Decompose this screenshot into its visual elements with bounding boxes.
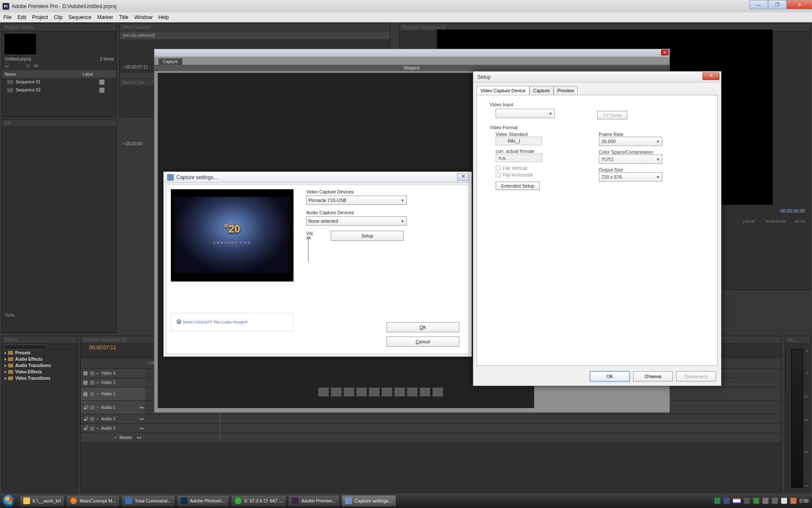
lock-icon[interactable] [90,392,94,396]
ok-button[interactable]: OK [387,322,459,332]
menu-title[interactable]: Title [119,14,128,20]
tab-video-capture-device[interactable]: Video Capture Device [477,86,529,95]
capture-titlebar[interactable]: ✕ [154,49,669,57]
menu-window[interactable]: Window [134,14,153,20]
tools-tab[interactable]: Tools [5,313,14,318]
capture-tab[interactable]: Capture [159,58,182,65]
taskbar-item[interactable]: Capture settings... [341,495,396,507]
dialog-titlebar[interactable]: Capture settings... ✕ [164,172,472,183]
effects-folder[interactable]: Presets [2,350,77,356]
taskbar-item[interactable]: E:\__work_krt [19,495,65,507]
sequence-icon [7,88,13,92]
extended-setup-button[interactable]: Extended Setup [496,182,540,190]
menu-sequence[interactable]: Sequence [69,14,91,20]
video-input-select[interactable] [496,109,555,118]
audio-track[interactable]: 🔊▸Audio 2▸◂ [81,414,781,423]
audio-meter-tab[interactable]: Au… [785,336,810,344]
output-size-select[interactable]: 720 x 576 [599,172,662,182]
project-panel-tab[interactable]: Project: Untitled [2,24,116,31]
effects-list-tab[interactable]: Effects [2,336,77,344]
close-icon[interactable]: ✕ [457,173,469,181]
project-row[interactable]: Sequence 02 [2,86,116,94]
tray-icon[interactable] [763,498,768,504]
menu-help[interactable]: Help [158,14,169,20]
tray-icon[interactable] [724,498,730,504]
menu-marker[interactable]: Marker [97,14,113,20]
effects-folder[interactable]: Audio Transitions [2,362,77,369]
tray-icon[interactable] [744,498,750,504]
menu-project[interactable]: Project [32,14,48,20]
lock-icon[interactable] [90,371,94,375]
close-icon[interactable]: ✕ [661,50,669,55]
menu-file[interactable]: File [3,14,11,20]
transport-next[interactable] [394,387,405,397]
transport-stop[interactable] [407,387,418,397]
taskbar-item[interactable]: Total Command... [121,495,175,507]
info-tab[interactable]: Info [2,119,116,127]
project-row[interactable]: Sequence 01 [2,78,116,86]
ok-button[interactable]: OK [590,371,630,381]
taskbar-item[interactable]: MainConcept M... [66,495,120,507]
taskbar-item[interactable]: Adobe Photosh... [177,495,229,507]
transport-extra[interactable] [432,387,443,397]
transport-prev[interactable] [318,387,329,397]
lock-icon[interactable] [90,426,94,431]
effects-folder[interactable]: Video Effects [2,369,77,375]
eye-icon[interactable] [83,392,88,396]
label-swatch[interactable] [99,88,104,93]
effects-search[interactable] [5,345,47,350]
tv-tuner-button[interactable]: TV Tuner [597,111,627,119]
column-label[interactable]: Label [82,72,116,77]
tray-icon[interactable] [753,498,759,504]
minimize-button[interactable]: — [749,0,768,9]
transport-rewind[interactable] [331,387,342,397]
menu-clip[interactable]: Clip [54,14,63,20]
transport-play[interactable] [356,387,367,397]
colorspace-select[interactable]: YUY2 [599,155,662,164]
device-setup-button[interactable]: Setup [331,231,403,241]
flip-horizontal-checkbox[interactable]: Flip Horizontal [496,172,589,177]
master-track[interactable]: ▸Master▸◂ [81,433,781,442]
close-button[interactable]: ✕ [787,0,812,9]
transport-step-fwd[interactable] [369,387,380,397]
video-device-select[interactable]: Pinnacle 710-USB [306,196,407,205]
clock[interactable]: 0:08 [800,498,809,503]
transport-forward[interactable] [381,387,392,397]
cancel-button[interactable]: Cancel [387,337,459,347]
start-button[interactable] [0,494,18,508]
label-swatch[interactable] [99,80,104,85]
audio-track[interactable]: 🔊▸Audio 3▸◂ [81,423,781,433]
close-icon[interactable]: ✕ [702,72,719,80]
language-icon[interactable] [733,498,741,503]
network-icon[interactable] [772,498,778,504]
tray-icon[interactable] [714,498,720,504]
lock-icon[interactable] [90,381,94,385]
frame-rate-select[interactable]: 25.000 [599,137,662,146]
taskbar-item[interactable]: Adobe Premier... [288,495,340,507]
flip-vertical-checkbox[interactable]: Flip Vertical [496,166,589,171]
audio-device-select[interactable]: None selected [306,216,407,226]
effect-controls-tab[interactable]: Effect Controls [120,24,390,31]
maximize-button[interactable]: ❐ [768,0,787,9]
tab-capture[interactable]: Capture [529,86,554,95]
dialog-title: Setup [477,74,491,80]
tray-icon[interactable] [790,498,796,504]
tab-preview[interactable]: Preview [554,86,578,95]
cancel-button[interactable]: Отмена [633,371,673,381]
lock-icon[interactable] [90,417,94,421]
eye-icon[interactable] [83,371,88,375]
effects-folder[interactable]: Video Transitions [2,375,77,381]
taskbar-item[interactable]: 3: 37.3 К О: 647 ... [231,495,286,507]
transport-record[interactable] [420,387,431,397]
apply-button[interactable]: Применить [676,371,716,381]
volume-icon[interactable] [781,498,787,504]
dialog-titlebar[interactable]: Setup ✕ [473,72,721,83]
filter-all[interactable]: All [34,64,38,68]
eye-icon[interactable] [83,381,88,385]
column-name[interactable]: Name [2,72,82,77]
effects-folder[interactable]: Audio Effects [2,356,77,362]
menu-edit[interactable]: Edit [17,14,26,20]
volume-slider[interactable] [308,237,312,262]
lock-icon[interactable] [90,406,94,410]
transport-step-back[interactable] [343,387,354,397]
